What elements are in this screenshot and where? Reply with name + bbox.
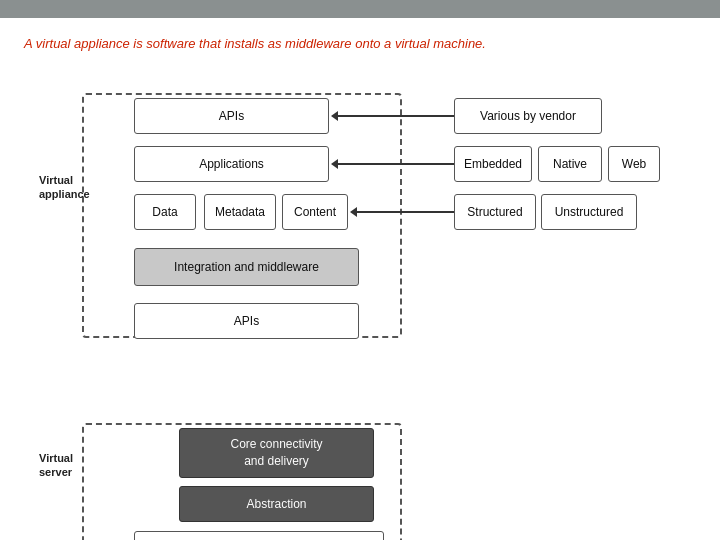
hardware-box: Hardware [134, 531, 384, 540]
embedded-box: Embedded [454, 146, 532, 182]
virtual-appliance-label: Virtualappliance [39, 173, 90, 202]
apis-top-box: APIs [134, 98, 329, 134]
metadata-box: Metadata [204, 194, 276, 230]
applications-box: Applications [134, 146, 329, 182]
abstraction-box: Abstraction [179, 486, 374, 522]
various-box: Various by vendor [454, 98, 602, 134]
native-box: Native [538, 146, 602, 182]
arrow-apis-various [331, 111, 465, 121]
diagram: Virtualappliance APIs Applications Data … [24, 73, 696, 540]
content-box: Content [282, 194, 348, 230]
web-box: Web [608, 146, 660, 182]
main-content: A virtual appliance is software that ins… [0, 18, 720, 540]
structured-box: Structured [454, 194, 536, 230]
integration-box: Integration and middleware [134, 248, 359, 286]
arrow-apps-embedded [331, 159, 465, 169]
apis-bottom-box: APIs [134, 303, 359, 339]
arrow-data-structured [350, 207, 464, 217]
data-box: Data [134, 194, 196, 230]
unstructured-box: Unstructured [541, 194, 637, 230]
subtitle-text: A virtual appliance is software that ins… [24, 36, 696, 51]
core-box: Core connectivity and delivery [179, 428, 374, 478]
virtual-server-label: Virtualserver [39, 451, 73, 480]
top-bar [0, 0, 720, 18]
